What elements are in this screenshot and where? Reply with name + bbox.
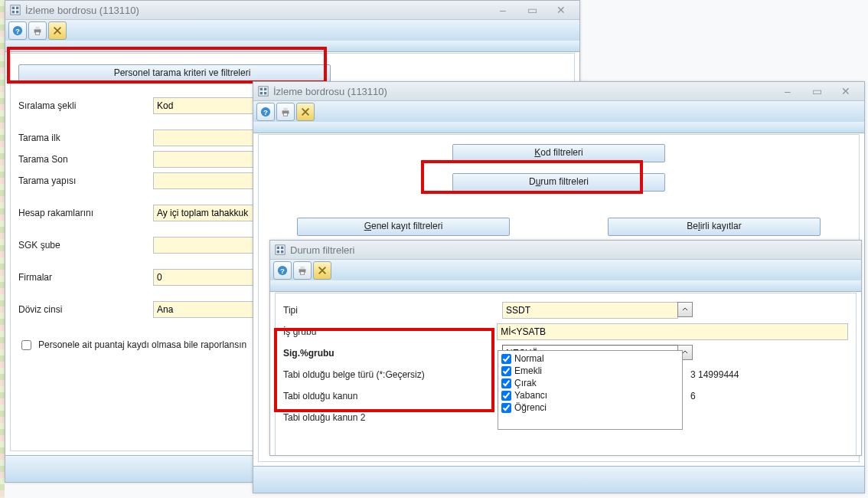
window-title: İzleme bordrosu (113110)	[273, 86, 774, 97]
label-puantaj: Personele ait puantaj kaydı olmasa bile …	[38, 339, 246, 350]
statusbar	[253, 466, 864, 493]
value-tabi-belge-extra-a: 3 14999444	[690, 369, 739, 380]
svg-rect-29	[300, 272, 304, 275]
svg-text:?: ?	[15, 27, 20, 35]
window-icon	[275, 244, 286, 255]
label-hesap-rakam: Hesap rakamlarını	[18, 208, 148, 218]
svg-rect-19	[283, 113, 287, 116]
svg-rect-2	[16, 7, 19, 10]
minimize-button[interactable]: –	[489, 3, 517, 17]
kod-filtreleri-button[interactable]: KKod filtreleriod filtreleri	[452, 144, 665, 162]
svg-rect-28	[300, 267, 304, 270]
svg-rect-21	[277, 247, 280, 250]
window-controls: – ▭ ✕	[489, 3, 575, 17]
print-icon[interactable]	[293, 261, 312, 280]
svg-rect-12	[264, 88, 267, 91]
titlebar[interactable]: İzleme bordrosu (113110) – ▭ ✕	[253, 82, 864, 101]
label-sgk-sube: SGK şube	[18, 240, 148, 251]
belirli-kayitlar-button[interactable]: Belirli kayıtlar	[608, 218, 821, 236]
titlebar[interactable]: İzleme bordrosu (113110) – ▭ ✕	[5, 1, 579, 20]
window-icon	[10, 5, 21, 15]
label-firmalar: Firmalar	[18, 272, 148, 283]
svg-rect-9	[35, 32, 39, 35]
window-controls: – ▭ ✕	[774, 84, 860, 98]
window-icon	[258, 86, 269, 97]
toolbar: ?	[5, 20, 579, 42]
input-is-grubu[interactable]	[497, 323, 848, 340]
minimize-button[interactable]: –	[774, 84, 801, 98]
titlebar[interactable]: Durum filtreleri	[270, 241, 861, 260]
svg-rect-11	[260, 88, 263, 91]
help-icon[interactable]: ?	[8, 21, 27, 40]
label-doviz: Döviz cinsi	[18, 304, 148, 315]
tools-icon[interactable]	[313, 261, 331, 280]
label-siralama: Sıralama şekli	[18, 100, 148, 111]
close-button[interactable]: ✕	[832, 84, 860, 98]
svg-rect-13	[260, 92, 263, 95]
label-tabi-belge: Tabi olduğu belge türü (*:Geçersiz)	[283, 369, 498, 380]
window-durum-filtreleri: Durum filtreleri ? Tipi İş grubu Sig.%gr…	[269, 240, 862, 456]
durum-filtreleri-button[interactable]: Durum filtreleri	[452, 173, 665, 192]
svg-rect-14	[264, 92, 267, 95]
print-icon[interactable]	[28, 21, 47, 40]
tools-icon[interactable]	[296, 103, 315, 121]
window-title: Durum filtreleri	[290, 244, 857, 256]
label-tabi-kanun2: Tabi olduğu kanun 2	[283, 412, 498, 423]
option-yabanci[interactable]: Yabancı	[501, 389, 679, 401]
option-emekli[interactable]: Emekli	[501, 365, 679, 377]
svg-rect-1	[12, 7, 15, 10]
tools-icon[interactable]	[48, 21, 67, 40]
label-tabi-kanun: Tabi olduğu kanun	[283, 391, 498, 401]
band	[5, 41, 579, 52]
help-icon[interactable]: ?	[273, 261, 292, 280]
svg-rect-3	[12, 11, 15, 14]
maximize-button[interactable]: ▭	[518, 3, 546, 17]
label-tipi: Tipi	[283, 305, 498, 316]
durum-body: Tipi İş grubu Sig.%grubu Tabi olduğu bel…	[275, 293, 857, 455]
band	[270, 280, 861, 292]
genel-kayit-button[interactable]: Genel kayıt filtreleri	[297, 218, 510, 236]
sig-grubu-dropdown[interactable]: Normal Emekli Çırak Yabancı Öğrenci	[498, 350, 683, 430]
toolbar: ?	[253, 101, 864, 123]
option-cirak[interactable]: Çırak	[501, 377, 679, 389]
toolbar: ?	[270, 260, 861, 282]
option-ogrenci[interactable]: Öğrenci	[501, 401, 679, 414]
checkbox-puantaj[interactable]	[21, 340, 31, 350]
svg-rect-24	[281, 251, 284, 254]
dropdown-icon[interactable]	[677, 302, 693, 317]
svg-rect-18	[283, 108, 287, 111]
help-icon[interactable]: ?	[256, 103, 275, 121]
label-tarama-yapisi: Tarama yapısı	[18, 175, 148, 186]
svg-text:?: ?	[263, 108, 268, 116]
svg-rect-8	[35, 27, 39, 30]
personel-kriter-button[interactable]: Personel tarama kriteri ve filtreleri	[18, 64, 331, 83]
svg-rect-4	[16, 11, 19, 14]
label-tarama-son: Tarama Son	[18, 154, 148, 165]
value-tabi-belge-extra-b: 6	[690, 391, 696, 401]
maximize-button[interactable]: ▭	[803, 84, 830, 98]
print-icon[interactable]	[276, 103, 295, 121]
svg-rect-23	[277, 251, 280, 254]
label-is-grubu: İş grubu	[283, 326, 492, 337]
svg-rect-22	[281, 247, 284, 250]
label-tarama-ilk: Tarama ilk	[18, 133, 148, 143]
window-title: İzleme bordrosu (113110)	[25, 5, 489, 16]
svg-text:?: ?	[280, 267, 285, 275]
input-tipi[interactable]	[502, 302, 678, 319]
option-normal[interactable]: Normal	[501, 352, 679, 365]
label-sig-grubu: Sig.%grubu	[283, 348, 498, 359]
close-button[interactable]: ✕	[547, 3, 575, 17]
band	[253, 122, 864, 133]
